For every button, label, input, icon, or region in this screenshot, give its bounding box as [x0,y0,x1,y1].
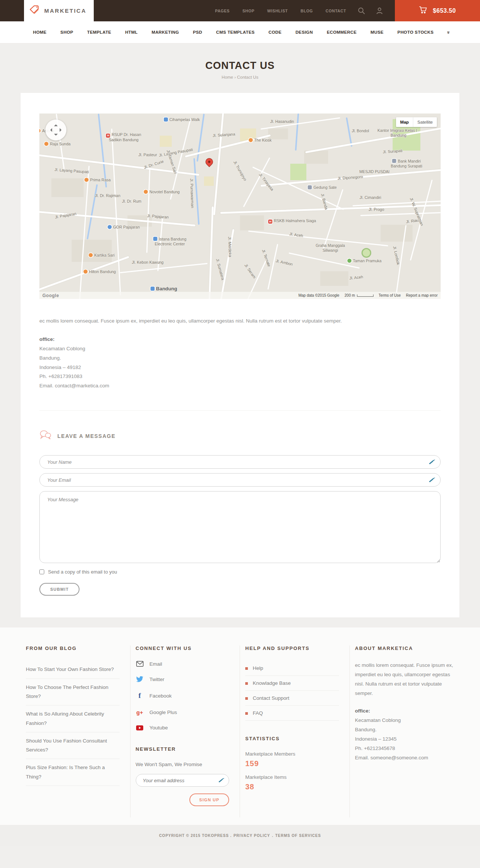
message-textarea[interactable] [39,491,441,563]
map-label: HRSUP Dr. Hasan Sadikin Bandung [104,133,143,143]
user-icon[interactable] [375,7,384,15]
map-road [360,212,441,216]
send-copy-checkbox[interactable] [39,569,44,574]
map-label: Gedung Sate [308,185,337,190]
nav-code[interactable]: CODE [268,30,282,34]
pan-down-icon[interactable] [54,134,58,137]
blog-post-link[interactable]: Should You Use Fashion Consultant Servic… [26,732,120,759]
submit-button[interactable]: SUBMIT [39,583,80,596]
office-address-line: Bandung. [39,354,441,363]
youtube-link[interactable]: Youtube [136,725,230,731]
nav-psd[interactable]: PSD [193,30,202,34]
report-map-error-link[interactable]: Report a map error [406,293,438,297]
top-nav-shop[interactable]: SHOP [242,9,254,13]
sign-up-button[interactable]: SIGN UP [189,793,229,806]
form-fields [39,455,441,565]
email-input[interactable] [39,473,441,487]
blog-post-link[interactable]: Plus Size Fashion: Is There Such a Thing… [26,759,120,786]
nav-marketing[interactable]: MARKETING [152,30,179,34]
map-label: MESJID PUSDAI [359,169,390,174]
nav-template[interactable]: TEMPLATE [87,30,111,34]
park-poi-icon [347,258,351,263]
logo[interactable]: MARKETICA [24,0,94,21]
map-marker[interactable] [204,157,214,167]
newsletter-heading: NEWSLETTER [136,746,230,752]
map-pan-control[interactable] [45,120,66,140]
google-map[interactable]: AstoriaRaja SundaHRSUP Dr. Hasan Sadikin… [39,114,441,299]
blog-post-link[interactable]: How To Choose The Perfect Fashion Store? [26,679,120,706]
cart-button[interactable]: $653.50 [395,0,480,21]
shop-poi-icon [164,118,168,122]
terms-of-services-link[interactable]: TERMS OF SERVICES [275,834,321,838]
help-links: Help Knowladge Base Contact Support FAQ [245,661,339,721]
help-link[interactable]: FAQ [245,706,339,721]
name-input[interactable] [39,455,441,469]
help-link[interactable]: Knowladge Base [245,676,339,691]
twitter-link[interactable]: Twitter [136,676,230,682]
google-plus-link[interactable]: g+ Google Plus [136,709,230,716]
send-copy-row: Send a copy of this email to you [39,569,441,575]
nav-home[interactable]: HOME [33,30,46,34]
copyright-separator: . [272,834,273,838]
map-label: Kartika Sari [88,253,114,258]
satellite-button[interactable]: Satellite [413,117,437,127]
top-nav-blog[interactable]: BLOG [301,9,313,13]
nav-photo-stocks[interactable]: PHOTO STOCKS [398,30,434,34]
blog-post-link[interactable]: How To Start Your Own Fashion Store? [26,661,120,678]
privacy-policy-link[interactable]: PRIVACY POLICY [234,834,270,838]
pan-right-icon[interactable] [60,128,63,132]
map-type-control: Map Satellite [396,117,437,127]
map-scale: 200 m [345,293,374,297]
nav-cms-templates[interactable]: CMS TEMPLATES [216,30,255,34]
breadcrumb: Home › Contact Us [0,75,480,79]
top-nav-wishlist[interactable]: WISHLIST [267,9,288,13]
nav-ecommerce[interactable]: ECOMMERCE [327,30,357,34]
email-icon [136,661,144,667]
map-river [87,184,98,239]
map-label: Jl. Sulanjana [213,131,236,138]
map-label: Jl. Progo [369,208,384,212]
copyright-text: COPYRIGHT © 2015 TOKOPRESS . [159,834,232,838]
nav-html[interactable]: HTML [125,30,138,34]
facebook-icon: f [136,692,144,700]
contact-card: AstoriaRaja SundaHRSUP Dr. Hasan Sadikin… [21,93,459,617]
hotel-poi-icon [83,270,87,274]
map-road [220,204,441,214]
footer-about-column: ABOUT MARKETICA ec mollis lorem consequa… [350,645,460,817]
chevron-down-icon[interactable]: » [446,31,452,33]
top-nav-contact[interactable]: CONTACT [326,9,346,13]
map-label: Graha Manggala Siliwangi [310,243,350,253]
breadcrumb-home[interactable]: Home [222,75,233,79]
about-office-block: office: Kecamatan Coblong Bandung. Indon… [355,707,460,763]
search-icon[interactable] [357,7,366,15]
map-park [290,164,306,181]
map-section: AstoriaRaja SundaHRSUP Dr. Hasan Sadikin… [21,93,459,411]
map-button[interactable]: Map [396,117,413,127]
nav-design[interactable]: DESIGN [296,30,313,34]
food-poi-icon [88,253,93,257]
square-bullet-icon [245,697,248,700]
map-label: Novotel Bandung [144,190,180,195]
terms-of-use-link[interactable]: Terms of Use [379,293,401,297]
help-link[interactable]: Contact Support [245,691,339,706]
stat-label: Marketplace Items [245,774,339,780]
newsletter-email-input[interactable] [136,774,230,787]
top-nav-pages[interactable]: PAGES [215,9,230,13]
nav-muse[interactable]: MUSE [370,30,384,34]
map-label: Taman Pramuka [347,258,381,263]
help-link[interactable]: Help [245,661,339,676]
nav-shop[interactable]: SHOP [60,30,73,34]
signup-row: SIGN UP [136,793,230,806]
hotel-poi-icon [39,128,40,133]
pan-up-icon[interactable] [54,123,58,126]
map-label: Bandung [150,286,177,292]
pan-left-icon[interactable] [48,128,52,132]
facebook-link[interactable]: f Facebook [136,692,230,700]
footer-about-heading: ABOUT MARKETICA [355,645,460,651]
blog-post-link[interactable]: What is So Alluring About Celebrity Fash… [26,705,120,732]
email-link[interactable]: Email [136,661,230,667]
chat-bubbles-icon [39,430,51,442]
map-label: Jl. Seram [243,263,257,279]
map-river [194,158,200,225]
newsletter-tagline: We Won't Spam, We Promise [136,762,230,767]
